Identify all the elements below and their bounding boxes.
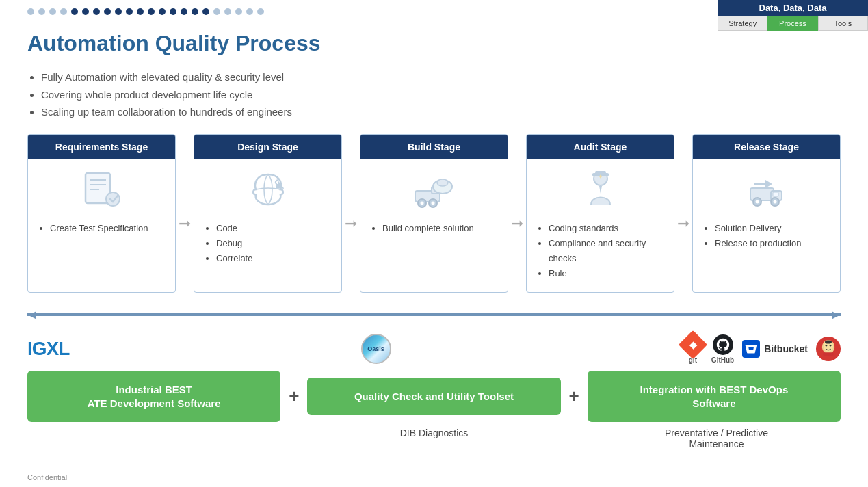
stage-design-body: Code Debug Correlate [194, 159, 341, 277]
label-plus-spacer [276, 427, 310, 449]
stage-requirements-body: Create Test Specification [28, 159, 175, 276]
dot-3 [49, 8, 56, 15]
git-logo: ◆ git [683, 334, 703, 364]
igxl-logo: IGXL [27, 338, 69, 360]
stage-design: Design Stage Code Debu [194, 134, 342, 293]
stage-release-body: Solution Delivery Release to production [693, 159, 840, 276]
ig-text: IG [27, 338, 47, 359]
btn-igxl: Industrial BEST ATE Development Software [27, 371, 280, 422]
requirements-icon [38, 168, 166, 211]
plus-1: + [280, 386, 307, 407]
btn-devops-line1: Integration with BEST DevOps [640, 384, 789, 395]
top-navigation: Data, Data, Data Strategy Process Tools [718, 0, 868, 31]
bullet-1: Fully Automation with elevated quality &… [41, 68, 292, 86]
design-item-1: Code [216, 221, 252, 236]
stage-design-header: Design Stage [194, 135, 341, 159]
svg-point-25 [773, 200, 776, 204]
stage-requirements: Requirements Stage Create Test Specifica… [27, 134, 176, 293]
dot-6 [82, 8, 89, 15]
stages-container: Requirements Stage Create Test Specifica… [27, 134, 841, 293]
svg-point-4 [106, 192, 120, 206]
github-logo: GitHub [711, 334, 734, 364]
design-icon [204, 168, 332, 211]
github-icon [713, 334, 733, 355]
svg-rect-30 [823, 352, 833, 356]
label-left [27, 427, 276, 449]
jenkins-icon [816, 337, 841, 361]
dot-10 [126, 8, 133, 15]
audit-item-3: Rule [549, 266, 664, 281]
green-buttons-row: Industrial BEST ATE Development Software… [27, 371, 841, 422]
tab-process[interactable]: Process [767, 16, 817, 31]
bitbucket-icon [742, 340, 760, 358]
bullet-list: Fully Automation with elevated quality &… [27, 68, 292, 121]
btn-igxl-line2: ATE Development Software [88, 397, 221, 409]
confidential-label: Confidential [27, 473, 67, 482]
label-right-line1: Preventative / Predictive [665, 427, 768, 438]
dot-13 [159, 8, 166, 15]
nav-title: Data, Data, Data [718, 0, 868, 16]
dot-2 [38, 8, 45, 15]
dot-12 [148, 8, 155, 15]
svg-point-31 [825, 341, 832, 344]
btn-igxl-line1: Industrial BEST [116, 384, 192, 395]
arrow-2: ➞ [342, 155, 360, 293]
dot-5 [71, 8, 78, 15]
git-icon: ◆ [679, 330, 707, 358]
svg-point-29 [830, 345, 832, 347]
stage-audit-header: Audit Stage [527, 135, 674, 159]
btn-devops: Integration with BEST DevOps Software [588, 371, 841, 422]
x-text: X [47, 338, 59, 359]
btn-devops-line2: Software [692, 397, 735, 409]
tab-tools[interactable]: Tools [818, 16, 868, 31]
devops-logos: ◆ git GitHub Bitbuc [683, 334, 841, 364]
plus-2: + [561, 386, 588, 407]
arrow-line [27, 313, 841, 316]
tab-strategy[interactable]: Strategy [718, 16, 767, 31]
stage-release-header: Release Stage [693, 135, 840, 159]
bidirectional-arrow [27, 305, 841, 324]
release-icon [702, 168, 830, 211]
stage-requirements-header: Requirements Stage [28, 135, 175, 159]
dot-7 [93, 8, 100, 15]
arrow-1: ➞ [176, 155, 194, 293]
arrow-4: ➞ [674, 155, 692, 293]
dot-20 [235, 8, 242, 15]
label-right-line2: Maintenance [689, 438, 744, 449]
audit-item-2: Compliance and security checks [549, 236, 664, 266]
audit-item-1: Coding standards [549, 221, 664, 236]
stage-build-header: Build Stage [360, 135, 508, 159]
arrow-3: ➞ [508, 155, 526, 293]
btn-quality-text: Quality Check and Utility Toolset [354, 391, 514, 402]
bottom-labels: DIB Diagnostics Preventative / Predictiv… [27, 427, 841, 449]
label-center: DIB Diagnostics [310, 427, 558, 449]
stage-build-body: Build complete solution [360, 159, 508, 276]
dot-14 [170, 8, 176, 15]
btn-quality: Quality Check and Utility Toolset [307, 378, 560, 416]
release-item-2: Release to production [715, 236, 801, 251]
svg-point-12 [420, 202, 423, 205]
label-right: Preventative / Predictive Maintenance [592, 427, 841, 449]
dot-18 [213, 8, 220, 15]
nav-tabs-container: Strategy Process Tools [718, 16, 868, 31]
stage-audit: Audit Stage Coding standard [526, 134, 674, 293]
dot-15 [181, 8, 187, 15]
stage-build: Build Stage Build complete [360, 134, 508, 293]
oasis-circle: Oasis [361, 334, 391, 364]
github-label: GitHub [711, 356, 734, 364]
page-title: Automation Quality Process [27, 31, 321, 56]
label-plus-spacer2 [558, 427, 592, 449]
dot-16 [192, 8, 198, 15]
dot-9 [115, 8, 122, 15]
design-item-3: Correlate [216, 251, 252, 266]
design-item-2: Debug [216, 236, 252, 251]
release-item-1: Solution Delivery [715, 221, 801, 236]
build-item-1: Build complete solution [382, 221, 474, 236]
svg-point-28 [826, 345, 828, 347]
bitbucket-label: Bitbucket [764, 343, 808, 354]
dot-4 [60, 8, 67, 15]
dot-21 [246, 8, 253, 15]
dot-17 [202, 8, 209, 15]
dot-22 [257, 8, 264, 15]
svg-point-23 [755, 200, 759, 204]
